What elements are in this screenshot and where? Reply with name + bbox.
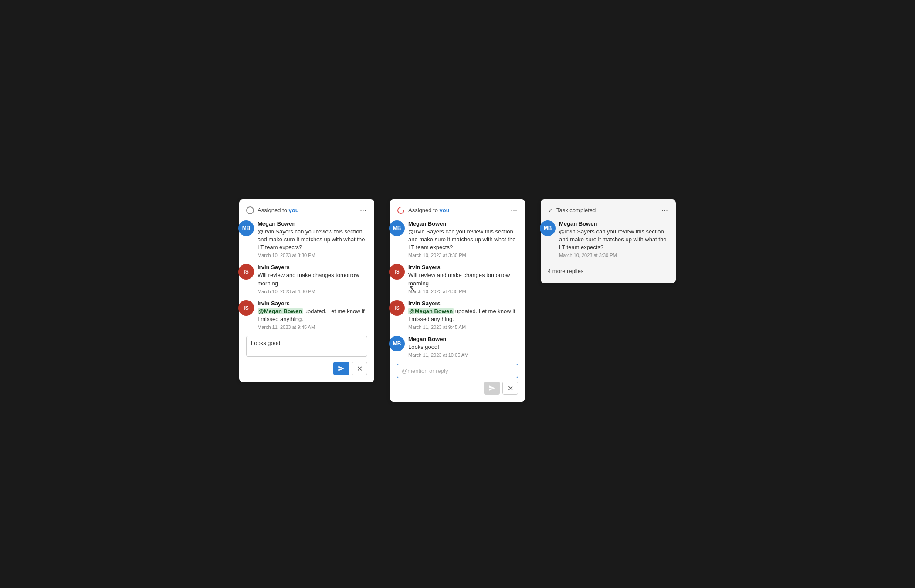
card-2-avatar-2: IS [389,264,405,280]
card-1-reply-actions: ✕ [246,362,367,375]
card-3-message-1: MB Megan Bowen @Irvin Sayers can you rev… [548,220,669,258]
card-1-sender-2: Irvin Sayers [258,264,367,270]
card-3-header: ✓ Task completed ··· [548,206,669,214]
card-1-header: Assigned to you ··· [246,206,367,214]
card-2-more-button[interactable]: ··· [510,206,518,214]
card-3-more-replies[interactable]: 4 more replies [548,268,669,274]
card-1-more-button[interactable]: ··· [359,206,367,214]
card-2-sender-2: Irvin Sayers [408,264,518,270]
card-1-timestamp-3: March 11, 2023 at 9:45 AM [258,324,367,330]
card-2-you-label: you [440,207,450,213]
card-2-timestamp-4: March 11, 2023 at 10:05 AM [408,352,518,358]
card-2-send-button[interactable] [484,382,500,395]
card-2-timestamp-2: March 10, 2023 at 4:30 PM [408,289,518,294]
card-1-header-label: Assigned to you [258,207,299,213]
card-1-avatar-2: IS [238,264,254,280]
card-1-mention-1: @Irvin Sayers [258,228,293,235]
card-1-sender-3: Irvin Sayers [258,300,367,307]
card-1-text-2: Will review and make changes tomorrow mo… [258,271,367,287]
card-3-more-button[interactable]: ··· [661,206,669,214]
card-2-mention-1: @Irvin Sayers [408,228,444,235]
cards-container: Assigned to you ··· MB Megan Bowen @Irvi… [239,186,676,402]
card-3-timestamp-1: March 10, 2023 at 3:30 PM [559,253,669,258]
card-2-reply-actions: ✕ [397,382,518,395]
card-2-message-1: MB Megan Bowen @Irvin Sayers can you rev… [397,220,518,258]
card-1-reply-input[interactable]: Looks good! [246,336,367,357]
card-1-cancel-button[interactable]: ✕ [352,362,367,375]
card-2-header: Assigned to you ··· [397,206,518,214]
card-1-message-1: MB Megan Bowen @Irvin Sayers can you rev… [246,220,367,258]
card-1-send-button[interactable] [333,362,349,375]
card-3-text-1: @Irvin Sayers can you review this sectio… [559,228,669,252]
card-1-you-label: you [289,207,299,213]
card-2-text-1: @Irvin Sayers can you review this sectio… [408,228,518,252]
card-2-message-3: IS Irvin Sayers @Megan Bowen updated. Le… [397,300,518,330]
card-2-sender-4: Megan Bowen [408,336,518,342]
card-2-timestamp-3: March 11, 2023 at 9:45 AM [408,324,518,330]
card-wrapper-1: Assigned to you ··· MB Megan Bowen @Irvi… [239,199,374,382]
card-2-message-2: IS Irvin Sayers Will review and make cha… [397,264,518,294]
card-1-text-1: @Irvin Sayers can you review this sectio… [258,228,367,252]
card-3-mention-1: @Irvin Sayers [559,228,595,235]
card-3-header-label: Task completed [556,207,596,213]
card-2: Assigned to you ··· MB Megan Bowen @Irvi… [390,199,525,402]
card-1-mention-highlight-1: @Megan Bowen [258,308,303,314]
check-complete-icon: ✓ [548,207,553,214]
card-2-text-3: @Megan Bowen updated. Let me know if I m… [408,308,518,323]
card-2-reply-input[interactable] [397,364,518,378]
card-1-text-3: @Megan Bowen updated. Let me know if I m… [258,308,367,323]
assigned-circle-icon [246,206,254,214]
card-2-mention-highlight-1: @Megan Bowen [408,308,454,314]
card-1-timestamp-1: March 10, 2023 at 3:30 PM [258,253,367,258]
card-3-divider [548,264,669,264]
card-3-sender-1: Megan Bowen [559,220,669,227]
card-1-message-2: IS Irvin Sayers Will review and make cha… [246,264,367,294]
card-1: Assigned to you ··· MB Megan Bowen @Irvi… [239,199,374,382]
card-2-avatar-1: MB [389,220,405,236]
card-2-sender-3: Irvin Sayers [408,300,518,307]
card-1-sender-1: Megan Bowen [258,220,367,227]
card-2-message-4: MB Megan Bowen Looks good! March 11, 202… [397,336,518,358]
card-1-message-3: IS Irvin Sayers @Megan Bowen updated. Le… [246,300,367,330]
card-2-cancel-button[interactable]: ✕ [502,382,518,395]
card-2-avatar-3: IS [389,300,405,316]
card-2-sender-1: Megan Bowen [408,220,518,227]
card-3: ✓ Task completed ··· MB Megan Bowen @Irv… [541,199,676,284]
svg-point-0 [398,207,404,213]
card-1-timestamp-2: March 10, 2023 at 4:30 PM [258,289,367,294]
card-2-text-4: Looks good! [408,343,518,351]
send-icon-2 [488,385,495,392]
card-wrapper-3: ✓ Task completed ··· MB Megan Bowen @Irv… [541,199,676,284]
send-icon-1 [338,365,345,372]
card-wrapper-2: Assigned to you ··· MB Megan Bowen @Irvi… [390,199,525,402]
card-2-timestamp-1: March 10, 2023 at 3:30 PM [408,253,518,258]
card-2-avatar-4: MB [389,336,405,351]
card-3-avatar-1: MB [540,220,556,236]
loading-circle-icon [397,206,405,214]
card-2-text-2: Will review and make changes tomorrow mo… [408,271,518,287]
card-1-avatar-3: IS [238,300,254,316]
card-1-avatar-1: MB [238,220,254,236]
card-2-header-label: Assigned to you [408,207,450,213]
